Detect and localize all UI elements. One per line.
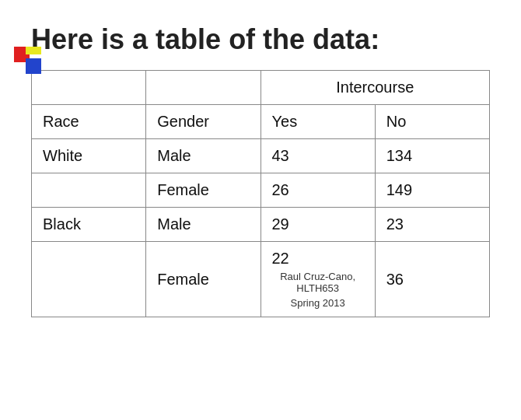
table-row: Black Male 29 23 xyxy=(32,208,490,242)
intercourse-header: Intercourse xyxy=(260,71,490,105)
table-row: Female 22 Raul Cruz-Cano, HLTH653 Spring… xyxy=(32,242,490,317)
header-row-2: Race Gender Yes No xyxy=(32,105,490,139)
table-wrapper: Intercourse Race Gender Yes No White Mal… xyxy=(31,70,490,317)
gender-male-1: Male xyxy=(146,139,260,173)
header-row-1: Intercourse xyxy=(32,71,490,105)
no-134: 134 xyxy=(375,139,489,173)
yes-header: Yes xyxy=(260,105,375,139)
gender-female-2: Female xyxy=(146,242,260,317)
yes-29: 29 xyxy=(260,208,375,242)
gender-header: Gender xyxy=(146,105,260,139)
page-title: Here is a table of the data: xyxy=(23,16,498,56)
race-black: Black xyxy=(32,208,146,242)
empty-cell-1 xyxy=(32,71,146,105)
race-empty-2 xyxy=(32,242,146,317)
table-row: White Male 43 134 xyxy=(32,139,490,173)
table-row: Female 26 149 xyxy=(32,173,490,208)
no-header: No xyxy=(375,105,489,139)
race-header: Race xyxy=(32,105,146,139)
no-23: 23 xyxy=(375,208,489,242)
yes-26: 26 xyxy=(260,173,375,208)
gender-female-1: Female xyxy=(146,173,260,208)
yes-22: 22 Raul Cruz-Cano, HLTH653 Spring 2013 xyxy=(260,242,375,317)
footer-line2: Spring 2013 xyxy=(272,297,364,309)
deco-yellow xyxy=(26,47,41,54)
deco-blue xyxy=(26,58,41,74)
footer-line1: Raul Cruz-Cano, HLTH653 xyxy=(272,271,364,294)
race-white: White xyxy=(32,139,146,173)
race-empty-1 xyxy=(32,173,146,208)
no-36: 36 xyxy=(375,242,489,317)
data-table: Intercourse Race Gender Yes No White Mal… xyxy=(31,70,490,317)
no-149: 149 xyxy=(375,173,489,208)
page-container: Here is a table of the data: Intercourse… xyxy=(0,0,521,420)
yes-43: 43 xyxy=(260,139,375,173)
gender-male-2: Male xyxy=(146,208,260,242)
empty-cell-2 xyxy=(146,71,260,105)
